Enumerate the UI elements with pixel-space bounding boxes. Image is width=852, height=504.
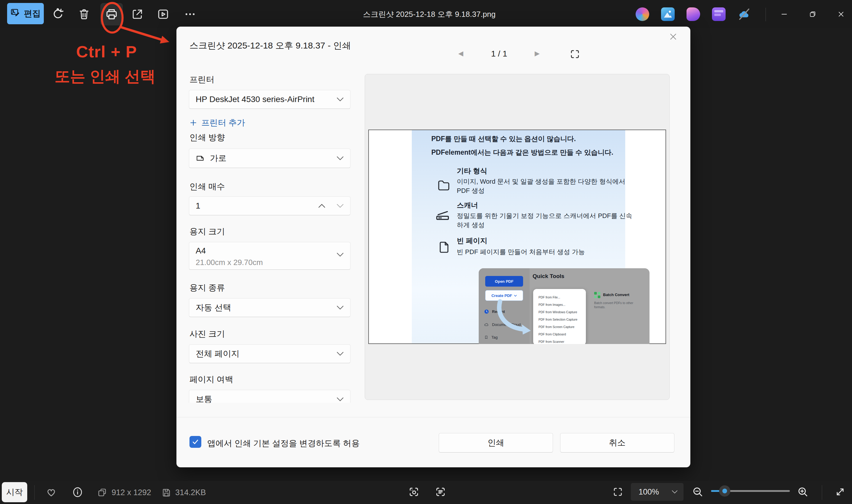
paper-size-label: 용지 크기 xyxy=(189,226,225,237)
batch-convert-desc: Batch convert PDFs to other formats. xyxy=(594,301,642,309)
tag-label: Tag xyxy=(491,335,498,340)
expand-icon xyxy=(834,486,846,498)
document-cloud-nav-item: Document Cloud xyxy=(484,322,521,327)
dialog-close-button[interactable] xyxy=(667,30,680,43)
chevron-down-icon xyxy=(672,490,678,494)
recent-nav-item: Recent xyxy=(484,309,505,314)
allow-app-settings-label: 앱에서 인쇄 기본 설정을 변경하도록 허용 xyxy=(207,438,360,449)
paper-size-select[interactable]: A4 21.00cm x 29.70cm xyxy=(189,242,350,270)
chevron-down-icon xyxy=(336,306,344,310)
preview-section-desc: 빈 PDF 페이지를 만들어 처음부터 생성 가능 xyxy=(457,247,634,256)
fit-to-page-button[interactable] xyxy=(569,49,581,60)
restore-button[interactable] xyxy=(804,5,821,23)
paper-type-value: 자동 선택 xyxy=(196,302,231,313)
minimize-icon xyxy=(780,10,788,18)
cancel-button[interactable]: 취소 xyxy=(560,433,674,452)
window-title: 스크린샷 2025-12-18 오후 9.18.37.png xyxy=(320,9,539,19)
edit-button[interactable]: 편집 xyxy=(7,3,44,24)
zoom-slider-thumb[interactable] xyxy=(719,485,730,497)
info-icon xyxy=(72,486,84,498)
stepper-up-button[interactable] xyxy=(318,204,325,208)
slideshow-icon xyxy=(157,8,169,20)
minimize-button[interactable] xyxy=(775,5,793,23)
page-margin-value: 보통 xyxy=(196,394,212,403)
file-size-icon xyxy=(161,487,171,499)
menu-item: PDF from Clipboard xyxy=(539,331,586,338)
orientation-select-value: 가로 xyxy=(210,152,226,164)
edit-button-label: 편집 xyxy=(24,8,40,19)
favorite-button[interactable] xyxy=(45,486,57,499)
print-dialog: 스크린샷 2025-12-18 오후 9.18.37 - 인쇄 ◀ 1 / 1 … xyxy=(176,26,690,467)
file-info-button[interactable] xyxy=(72,486,84,499)
print-preview-page: PDF를 만들 때 선택할 수 있는 옵션이 많습니다. PDFelement에… xyxy=(368,129,666,344)
zoom-level-dropdown[interactable]: 100% xyxy=(631,483,683,501)
stepper-down-button[interactable] xyxy=(336,204,344,208)
chevron-down-icon xyxy=(336,352,344,356)
statusbar-divider xyxy=(34,485,35,500)
delete-button[interactable] xyxy=(73,3,95,25)
copilot-icon[interactable] xyxy=(636,7,649,21)
blank-page-icon xyxy=(437,240,451,255)
copies-stepper[interactable]: 1 xyxy=(189,196,350,215)
folder-icon xyxy=(437,178,451,194)
zoom-out-button[interactable] xyxy=(692,486,704,499)
paper-type-select[interactable]: 자동 선택 xyxy=(189,298,350,317)
printer-select[interactable]: HP DeskJet 4530 series-AirPrint xyxy=(189,90,350,109)
close-button[interactable] xyxy=(832,5,850,23)
previous-page-button[interactable]: ◀ xyxy=(458,50,463,57)
tag-nav-item: Tag xyxy=(484,335,498,340)
scanner-icon xyxy=(435,208,450,224)
scan-text-icon xyxy=(435,486,447,498)
document-cloud-label: Document Cloud xyxy=(492,322,521,327)
fullscreen-button[interactable] xyxy=(834,486,846,499)
fit-to-window-button[interactable] xyxy=(612,486,624,499)
page-margin-label: 페이지 여백 xyxy=(189,374,233,385)
cloud-icon xyxy=(484,322,489,327)
orientation-select[interactable]: 가로 xyxy=(189,148,350,168)
plus-icon xyxy=(189,119,197,127)
visual-search-button[interactable] xyxy=(408,486,420,499)
add-printer-link[interactable]: 프린터 추가 xyxy=(189,117,245,128)
app-window: 편집 xyxy=(0,0,852,504)
preview-section-desc: 이미지, Word 문서 및 일괄 생성을 포함한 다양한 형식에서 PDF 생… xyxy=(457,177,634,195)
share-button[interactable] xyxy=(126,3,149,25)
paper-size-detail: 21.00cm x 29.70cm xyxy=(196,258,344,267)
chevron-down-icon xyxy=(514,294,517,297)
start-button[interactable]: 시작 xyxy=(2,482,27,502)
restore-icon xyxy=(809,11,816,18)
preview-section-title: 빈 페이지 xyxy=(457,236,487,246)
rotate-button[interactable] xyxy=(47,3,69,25)
slideshow-button[interactable] xyxy=(152,3,174,25)
zoom-in-button[interactable] xyxy=(797,486,809,499)
next-page-button[interactable]: ▶ xyxy=(535,50,540,57)
quick-tools-title: Quick Tools xyxy=(533,273,564,280)
photo-size-select[interactable]: 전체 페이지 xyxy=(189,344,350,363)
annotation-hint-text: 또는 인쇄 선택 xyxy=(41,66,169,87)
previewed-document: PDF를 만들 때 선택할 수 있는 옵션이 많습니다. PDFelement에… xyxy=(412,130,625,343)
bookmark-icon xyxy=(484,335,488,340)
printer-select-value: HP DeskJet 4530 series-AirPrint xyxy=(196,95,314,104)
text-extract-button[interactable] xyxy=(435,486,447,499)
more-button[interactable] xyxy=(179,3,201,25)
chevron-down-icon xyxy=(336,97,344,102)
clipchamp-icon[interactable] xyxy=(712,7,726,21)
image-dimensions: 912 x 1292 xyxy=(111,488,151,497)
photos-app-icon[interactable] xyxy=(661,7,675,21)
image-edit-icon xyxy=(10,8,20,20)
pdfelement-screenshot: Open PDF Create PDF Recent Document Clou… xyxy=(479,268,649,344)
page-indicator: 1 / 1 xyxy=(479,49,520,58)
designer-icon[interactable] xyxy=(686,7,700,21)
statusbar-divider xyxy=(822,485,822,500)
print-confirm-button[interactable]: 인쇄 xyxy=(439,433,553,452)
print-button[interactable] xyxy=(100,3,123,25)
batch-convert-icon xyxy=(594,292,601,299)
allow-app-settings-checkbox[interactable] xyxy=(189,436,201,448)
copies-label: 인쇄 매수 xyxy=(189,181,225,192)
onedrive-disconnected-icon[interactable] xyxy=(737,7,751,21)
preview-section-title: 스캐너 xyxy=(457,200,478,210)
print-settings-panel: 프린터 HP DeskJet 4530 series-AirPrint 프린터 … xyxy=(176,26,364,403)
printer-label: 프린터 xyxy=(189,74,214,85)
recent-label: Recent xyxy=(492,309,505,314)
page-margin-select[interactable]: 보통 xyxy=(189,390,350,403)
scan-search-icon xyxy=(408,486,420,498)
